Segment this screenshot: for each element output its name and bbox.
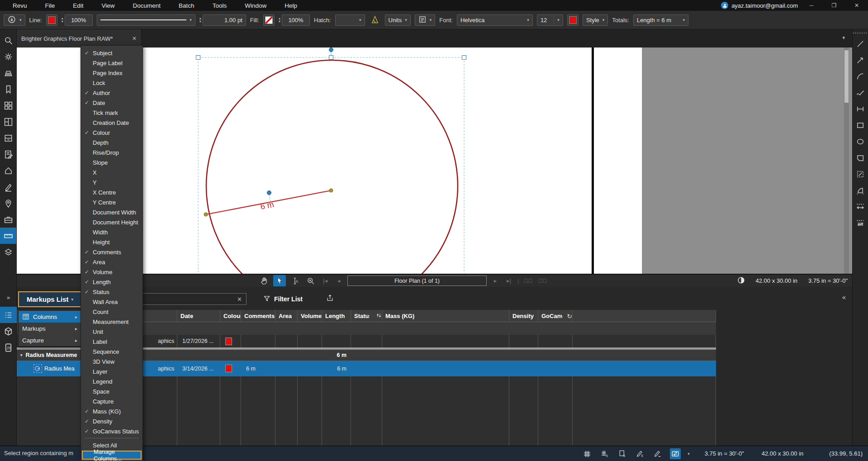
tool-line-icon[interactable] xyxy=(853,36,868,52)
column-header-date[interactable]: Date xyxy=(177,310,220,322)
menu-tools[interactable]: Tools xyxy=(213,2,227,9)
column-menu-item[interactable]: Tick mark xyxy=(81,108,142,118)
snap-to-content-icon[interactable]: 5 xyxy=(617,448,628,459)
previous-page-button[interactable]: ◂ xyxy=(334,275,344,286)
column-menu-item[interactable]: ✓Length xyxy=(81,277,142,287)
snap-to-grid-icon[interactable]: 5 xyxy=(599,448,610,459)
column-menu-item[interactable]: Page Index xyxy=(81,68,142,78)
column-menu-item[interactable]: Creation Date xyxy=(81,118,142,128)
collapse-chevron-icon[interactable]: ▾ xyxy=(20,353,23,357)
sidebar-measurements-icon[interactable] xyxy=(0,228,16,244)
maximize-button[interactable]: ❐ xyxy=(823,0,845,11)
column-menu-item[interactable]: Unit xyxy=(81,327,142,337)
sidebar-tool-chest-icon[interactable] xyxy=(0,211,16,228)
column-menu-item[interactable]: Document Width xyxy=(81,207,142,217)
menu-batch[interactable]: Batch xyxy=(179,2,194,9)
markups-menu-item-capture[interactable]: Capture▸ xyxy=(19,334,81,346)
column-menu-item[interactable]: Slope xyxy=(81,157,142,167)
column-menu-item[interactable]: ✓Density xyxy=(81,416,142,426)
line-opacity-field[interactable]: 100% xyxy=(65,14,93,26)
select-text-tool-icon[interactable]: A xyxy=(289,275,301,286)
strip-model-3d-icon[interactable] xyxy=(0,323,17,339)
sidebar-markup-summary-icon[interactable] xyxy=(0,146,16,162)
fill-opacity-field[interactable]: 100% xyxy=(282,14,310,26)
previous-view-button[interactable]: ◂⃝ xyxy=(522,275,533,286)
style-dropdown[interactable]: Style▾ xyxy=(583,14,608,26)
column-menu-item[interactable]: X xyxy=(81,167,142,177)
sidebar-settings-gear-icon[interactable] xyxy=(0,48,16,65)
column-menu-item[interactable]: ✓Volume xyxy=(81,267,142,277)
column-menu-item[interactable]: ✓GoCanvas Status xyxy=(81,426,142,436)
first-page-button[interactable]: |◂ xyxy=(320,275,330,286)
column-menu-item[interactable]: Legend xyxy=(81,376,142,386)
column-menu-item[interactable]: Height xyxy=(81,237,142,247)
font-size-dropdown[interactable]: 12▾ xyxy=(537,14,563,26)
collapse-panel-icon[interactable]: « xyxy=(842,293,846,301)
manage-columns-item[interactable]: Manage Columns... xyxy=(82,451,142,460)
text-align-dropdown[interactable]: ▾ xyxy=(415,14,436,26)
column-menu-item[interactable]: Page Label xyxy=(81,58,142,68)
line-opacity-stepper[interactable]: ▴▾ xyxy=(62,17,63,23)
column-menu-item[interactable]: ✓Colour xyxy=(81,128,142,138)
column-menu-item[interactable]: Layer xyxy=(81,366,142,376)
contrast-icon[interactable] xyxy=(737,276,745,285)
sidebar-thumbnails-icon[interactable] xyxy=(0,97,16,114)
next-page-button[interactable]: ▸ xyxy=(490,275,500,286)
tool-polygon-icon[interactable] xyxy=(853,150,868,166)
snap-to-markup-icon[interactable]: 5 xyxy=(635,448,645,459)
column-menu-item[interactable]: Capture xyxy=(81,396,142,406)
column-menu-item[interactable]: Y xyxy=(81,177,142,187)
close-button[interactable]: ✕ xyxy=(845,0,868,11)
menu-document[interactable]: Document xyxy=(133,2,161,9)
column-menu-item[interactable]: ✓Status xyxy=(81,287,142,297)
sidebar-file-drawer-icon[interactable] xyxy=(0,130,16,146)
column-menu-item[interactable]: 3D View xyxy=(81,356,142,366)
protractor-icon[interactable] xyxy=(370,14,380,26)
sidebar-bookmarks-icon[interactable] xyxy=(0,81,16,97)
sidebar-studio-icon[interactable] xyxy=(0,162,16,179)
sidebar-search-icon[interactable] xyxy=(0,32,16,48)
column-menu-item[interactable]: X Centre xyxy=(81,187,142,197)
column-menu-item[interactable]: Lock xyxy=(81,78,142,88)
account-info[interactable]: ayaz.taimoor@gmail.com xyxy=(721,0,798,11)
menu-file[interactable]: File xyxy=(45,2,55,9)
sidebar-layers-icon[interactable] xyxy=(0,244,16,260)
column-filter-icon[interactable] xyxy=(376,313,382,320)
export-icon[interactable] xyxy=(326,294,334,303)
markups-list-button[interactable]: Markups List▾ xyxy=(18,291,82,307)
group-subject-cell[interactable]: ▾Radius Measureme xyxy=(17,350,81,361)
menu-edit[interactable]: Edit xyxy=(73,2,83,9)
select-tool-icon[interactable] xyxy=(273,275,286,286)
column-header-colour[interactable]: Colour xyxy=(220,310,241,322)
column-header-mass_kg[interactable]: Mass (KG) xyxy=(382,310,509,322)
units-dropdown[interactable]: Units▾ xyxy=(385,14,411,26)
column-header-area[interactable]: Area xyxy=(275,310,297,322)
menu-help[interactable]: Help xyxy=(285,2,297,9)
column-menu-item[interactable]: Count xyxy=(81,307,142,317)
line-width-field[interactable]: 1.00 pt xyxy=(203,14,246,26)
next-view-button[interactable]: ▸⃝ xyxy=(537,275,548,286)
fill-opacity-stepper[interactable]: ▴▾ xyxy=(279,17,280,23)
current-tool-dropdown[interactable]: ▾ xyxy=(4,14,25,26)
markups-menu-item-markups[interactable]: Markups▸ xyxy=(19,323,81,334)
line-color-button[interactable] xyxy=(46,14,57,26)
document-tab[interactable]: Brighter Graphics Floor Plan RAW* ✕ xyxy=(17,29,142,48)
snap-hint-icon[interactable] xyxy=(652,448,663,459)
column-menu-item[interactable]: Rise/Drop xyxy=(81,147,142,157)
column-header-density[interactable]: Density xyxy=(509,310,538,322)
column-menu-item[interactable]: ✓Subject xyxy=(81,48,142,58)
strip-script-icon[interactable]: JS xyxy=(0,339,17,356)
column-menu-item[interactable]: Depth xyxy=(81,138,142,147)
column-menu-item[interactable]: ✓Area xyxy=(81,257,142,267)
page-indicator-field[interactable]: Floor Plan (1 of 1) xyxy=(347,276,487,286)
minimize-button[interactable]: ─ xyxy=(800,0,823,11)
tool-dimension-icon[interactable] xyxy=(853,101,868,117)
column-menu-item[interactable]: Y Centre xyxy=(81,197,142,207)
gocanvas-refresh-icon[interactable]: ↻ xyxy=(567,313,572,320)
column-menu-item[interactable]: Wall Area xyxy=(81,297,142,307)
reuse-tool-icon[interactable] xyxy=(670,448,681,459)
column-menu-item[interactable]: Space xyxy=(81,386,142,396)
column-menu-item[interactable]: ✓Date xyxy=(81,98,142,108)
grid-icon[interactable] xyxy=(582,448,593,459)
markups-menu-item-columns[interactable]: Columns▸ xyxy=(19,311,81,323)
